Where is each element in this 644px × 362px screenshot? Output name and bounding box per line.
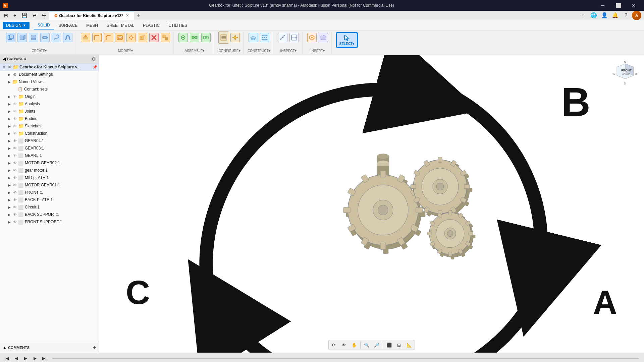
press-pull-button[interactable]: [80, 32, 91, 43]
tab-sheet-metal[interactable]: SHEET METAL: [103, 22, 138, 29]
undo-button[interactable]: ↩: [30, 11, 39, 19]
scale-button[interactable]: [160, 32, 171, 43]
tree-item-mid-plate[interactable]: ▶ 👁 ⬜ MID pLATE:1: [0, 174, 99, 181]
close-button[interactable]: ✕: [626, 0, 641, 11]
section-analysis-button[interactable]: [289, 32, 300, 43]
box-button[interactable]: [17, 32, 28, 43]
svg-point-142: [447, 231, 453, 237]
tab-solid[interactable]: SOLID: [34, 21, 54, 29]
coil-button[interactable]: [51, 32, 62, 43]
combine-button[interactable]: [137, 32, 148, 43]
tab-plastic[interactable]: PLASTIC: [139, 22, 164, 29]
configure-button[interactable]: [218, 32, 229, 43]
select-button[interactable]: SELECT▾: [336, 32, 358, 48]
joint-button[interactable]: [189, 32, 200, 43]
collapse-browser-button[interactable]: ◀: [3, 57, 6, 61]
add-tab-button[interactable]: +: [134, 11, 143, 20]
delete-button[interactable]: [149, 32, 159, 43]
as-built-joint-button[interactable]: [201, 32, 211, 43]
svg-marker-43: [262, 40, 267, 40]
chamfer-button[interactable]: [103, 32, 114, 43]
offset-plane-button[interactable]: [248, 32, 259, 43]
tree-item-sketches[interactable]: ▶ 👁 📁 Sketches: [0, 122, 99, 130]
toolbar-group-inspect: INSPECT▾: [275, 32, 303, 53]
inspect-label: INSPECT▾: [280, 49, 297, 53]
help-icon[interactable]: ?: [621, 11, 631, 20]
redo-button[interactable]: ↪: [39, 11, 49, 19]
tree-item-gear-motor[interactable]: ▶ 👁 ⬜ gear motor:1: [0, 167, 99, 174]
tree-item-motor-gear02[interactable]: ▶ 👁 ⬜ MOTOR GEAR02:1: [0, 159, 99, 167]
document-tab-active[interactable]: ⚙ Gearbox for Kinetic Sclpture v13* ✕: [49, 11, 134, 20]
pipe-button[interactable]: [62, 32, 73, 43]
new-component-button[interactable]: [5, 32, 16, 43]
home-tab-icon[interactable]: ⊞: [1, 11, 11, 19]
next-end-button[interactable]: ▶|: [40, 354, 48, 362]
fillet-button[interactable]: [92, 32, 102, 43]
main-content: ◀ BROWSER ⚙ ▼ 👁 📁 Gearbox for Kinetic Sc…: [0, 55, 644, 353]
3d-viewport[interactable]: B A C: [99, 55, 644, 353]
play-button[interactable]: ▶: [21, 354, 30, 362]
tab-surface[interactable]: SURFACE: [55, 22, 82, 29]
midplane-button[interactable]: [259, 32, 270, 43]
user-avatar[interactable]: A: [632, 11, 641, 20]
tree-item-contact-sets[interactable]: ▶ 📋 Contact: sets: [0, 85, 99, 93]
move-button[interactable]: [126, 32, 137, 43]
new-document-button[interactable]: +: [11, 11, 19, 19]
assemble-label: ASSEMBLE▾: [185, 49, 205, 53]
tree-root-item[interactable]: ▼ 👁 📁 Gearbox for Kinetic Sclpture v... …: [0, 63, 99, 71]
tree-item-back-support[interactable]: ▶ 👁 ⬜ BACK SUPPORT:1: [0, 211, 99, 218]
svg-marker-17: [130, 39, 132, 40]
minimize-button[interactable]: ─: [595, 0, 610, 11]
torus-button[interactable]: [40, 32, 50, 43]
new-joint-button[interactable]: [178, 32, 189, 43]
tree-item-gear04[interactable]: ▶ 👁 ⬜ GEAR04:1: [0, 137, 99, 144]
tree-item-named-views[interactable]: ▶ 📁 Named Views: [0, 78, 99, 85]
timeline-track[interactable]: [52, 358, 639, 359]
main-toolbar: CREATE▾: [0, 31, 644, 55]
window-controls[interactable]: ─ ⬜ ✕: [595, 0, 641, 11]
browser-settings-icon[interactable]: ⚙: [92, 56, 96, 62]
insert-mesh-button[interactable]: [307, 32, 317, 43]
notification-icon[interactable]: 🔔: [610, 11, 620, 20]
insert-svg-button[interactable]: [318, 32, 329, 43]
tree-item-analysis[interactable]: ▶ 👁 📁 Analysis: [0, 100, 99, 108]
add-panel-button[interactable]: +: [578, 11, 588, 20]
close-tab-icon[interactable]: ✕: [126, 13, 129, 18]
svg-rect-3: [10, 35, 13, 39]
account-icon[interactable]: 👤: [600, 11, 609, 20]
tree-item-gear5[interactable]: ▶ 👁 ⬜ GEAR5:1: [0, 152, 99, 159]
cylinder-button[interactable]: [28, 32, 39, 43]
tree-item-back-plate[interactable]: ▶ 👁 ⬜ BACK PLATE:1: [0, 196, 99, 203]
maximize-button[interactable]: ⬜: [610, 0, 626, 11]
network-icon[interactable]: 🌐: [589, 11, 598, 20]
svg-point-82: [378, 205, 388, 215]
prev-button[interactable]: ◀: [12, 354, 20, 362]
tree-item-front-support[interactable]: ▶ 👁 ⬜ FRONT SUPPORT:1: [0, 218, 99, 226]
tree-item-construction[interactable]: ▶ 👁 📁 Construction: [0, 130, 99, 137]
comments-expand-icon[interactable]: ▲: [3, 345, 7, 350]
tree-item-bodies[interactable]: ▶ 👁 📁 Bodies: [0, 115, 99, 122]
measure-button[interactable]: [277, 32, 288, 43]
tab-utilities[interactable]: UTILITIES: [164, 22, 191, 29]
tree-item-origin[interactable]: ▶ 👁 📁 Origin: [0, 93, 99, 100]
shell-button[interactable]: [114, 32, 125, 43]
tree-item-joints[interactable]: ▶ 👁 📁 Joints: [0, 108, 99, 115]
design-button[interactable]: DESIGN ▼: [3, 22, 30, 29]
tree-item-doc-settings[interactable]: ▶ ⚙ Document Settings: [0, 71, 99, 78]
modify-label: MODIFY▾: [118, 49, 133, 53]
save-button[interactable]: 💾: [19, 11, 30, 19]
tree-item-front[interactable]: ▶ 👁 ⬜ FRONT :1: [0, 189, 99, 196]
workspace-tabs: DESIGN ▼ SOLID SURFACE MESH SHEET METAL …: [0, 20, 644, 31]
svg-marker-19: [132, 37, 133, 39]
comments-add-icon[interactable]: +: [93, 345, 96, 351]
configure-label: CONFIGURE▾: [219, 49, 240, 53]
root-pin-icon[interactable]: 📌: [93, 65, 97, 69]
tree-item-circuit[interactable]: ▶ 👁 ⬜ Circuit:1: [0, 203, 99, 211]
tree-item-motor-gear01[interactable]: ▶ 👁 ⬜ MOTOR GEAR01:1: [0, 181, 99, 189]
tree-item-gear03[interactable]: ▶ 👁 ⬜ GEAR03:1: [0, 144, 99, 152]
next-button[interactable]: ▶: [31, 354, 39, 362]
tab-mesh[interactable]: MESH: [82, 22, 102, 29]
change-parameters-button[interactable]: [230, 32, 240, 43]
prev-start-button[interactable]: |◀: [3, 354, 11, 362]
svg-rect-30: [192, 37, 194, 39]
